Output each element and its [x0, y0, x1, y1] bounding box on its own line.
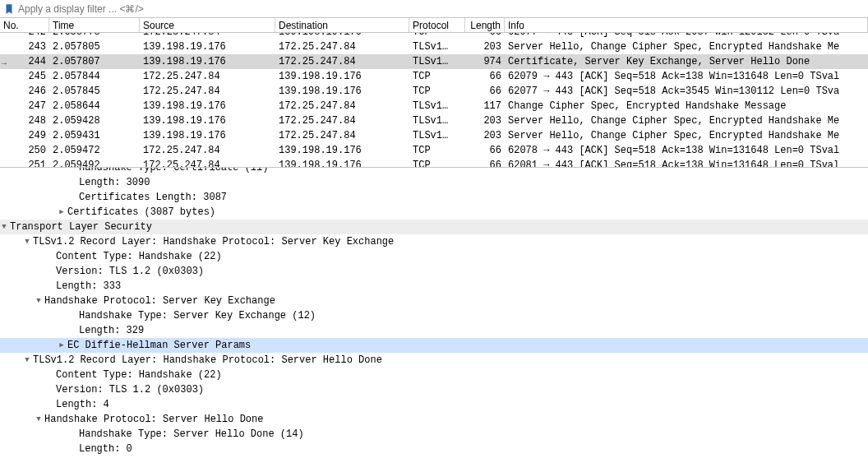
packet-list-header: No. Time Source Destination Protocol Len…	[0, 18, 868, 33]
cell-source: 172.25.247.84	[140, 158, 275, 168]
packet-row[interactable]: 2502.059472172.25.247.84139.198.19.176TC…	[0, 143, 868, 158]
column-header-info[interactable]: Info	[505, 18, 868, 32]
cell-source: 172.25.247.84	[140, 69, 275, 84]
packet-row[interactable]: 2512.059492172.25.247.84139.198.19.176TC…	[0, 158, 868, 168]
packet-row[interactable]: 2492.059431139.198.19.176172.25.247.84TL…	[0, 128, 868, 143]
detail-text: Content Type: Handshake (22)	[56, 249, 222, 264]
detail-line[interactable]: ▶Certificates (3087 bytes)	[0, 205, 868, 220]
cell-no: 247	[0, 99, 49, 113]
detail-line[interactable]: Content Type: Handshake (22)	[0, 368, 868, 382]
expanded-icon[interactable]: ▼	[23, 234, 31, 249]
detail-line[interactable]: Content Type: Handshake (22)	[0, 249, 868, 264]
cell-time: 2.057805	[49, 39, 140, 54]
detail-text: Handshake Type: Server Hello Done (14)	[79, 427, 304, 442]
cell-source: 139.198.19.176	[140, 39, 275, 54]
cell-protocol: TLSv1…	[409, 39, 465, 54]
detail-line[interactable]: Certificates Length: 3087	[0, 190, 868, 205]
expanded-icon[interactable]: ▼	[35, 412, 43, 427]
cell-no: 250	[0, 143, 49, 158]
bookmark-icon[interactable]	[3, 3, 15, 15]
cell-destination: 139.198.19.176	[275, 84, 409, 99]
detail-text: TLSv1.2 Record Layer: Handshake Protocol…	[33, 234, 394, 249]
detail-line[interactable]: Length: 333	[0, 279, 868, 294]
detail-line[interactable]: Length: 3090	[0, 175, 868, 190]
cell-protocol: TLSv1…	[409, 54, 465, 69]
packet-list[interactable]: 2422.053778172.25.247.84139.198.19.176TC…	[0, 33, 868, 168]
detail-line[interactable]: ▼TLSv1.2 Record Layer: Handshake Protoco…	[0, 234, 868, 249]
cell-no: 246	[0, 84, 49, 99]
packet-row[interactable]: 2432.057805139.198.19.176172.25.247.84TL…	[0, 39, 868, 54]
detail-line[interactable]: Length: 0	[0, 442, 868, 456]
column-header-protocol[interactable]: Protocol	[409, 18, 465, 32]
cell-info: Server Hello, Change Cipher Spec, Encryp…	[505, 39, 868, 54]
detail-line[interactable]: Version: TLS 1.2 (0x0303)	[0, 382, 868, 397]
cell-length: 117	[465, 99, 505, 113]
column-header-length[interactable]: Length	[465, 18, 505, 32]
cell-no: 243	[0, 39, 49, 54]
detail-line[interactable]: Version: TLS 1.2 (0x0303)	[0, 264, 868, 279]
detail-text: Version: TLS 1.2 (0x0303)	[56, 264, 204, 279]
packet-row[interactable]: 2482.059428139.198.19.176172.25.247.84TL…	[0, 113, 868, 128]
packet-row[interactable]: →2442.057807139.198.19.176172.25.247.84T…	[0, 54, 868, 69]
detail-line[interactable]: ▶EC Diffie-Hellman Server Params	[0, 338, 868, 353]
detail-text: Certificates (3087 bytes)	[67, 205, 215, 220]
detail-text: Handshake Protocol: Server Key Exchange	[44, 294, 275, 308]
cell-length: 66	[465, 158, 505, 168]
cell-length: 66	[465, 143, 505, 158]
detail-line[interactable]: ▼Handshake Protocol: Server Key Exchange	[0, 294, 868, 308]
cell-no: →244	[0, 54, 49, 69]
detail-line[interactable]: Handshake Type: Certificate (11)	[0, 168, 868, 175]
cell-no: 245	[0, 69, 49, 84]
packet-row[interactable]: 2472.058644139.198.19.176172.25.247.84TL…	[0, 99, 868, 113]
detail-line[interactable]: Handshake Type: Server Key Exchange (12)	[0, 308, 868, 323]
detail-line[interactable]: ▼Handshake Protocol: Server Hello Done	[0, 412, 868, 427]
cell-time: 2.059492	[49, 158, 140, 168]
display-filter-input[interactable]	[18, 3, 865, 15]
column-header-no[interactable]: No.	[0, 18, 49, 32]
column-header-destination[interactable]: Destination	[275, 18, 409, 32]
detail-line[interactable]: Length: 4	[0, 397, 868, 412]
cell-info: 62081 → 443 [ACK] Seq=518 Ack=138 Win=13…	[505, 158, 868, 168]
detail-line[interactable]: Length: 329	[0, 323, 868, 338]
detail-line[interactable]: ▼TLSv1.2 Record Layer: Handshake Protoco…	[0, 353, 868, 368]
cell-protocol: TCP	[409, 84, 465, 99]
cell-source: 139.198.19.176	[140, 54, 275, 69]
detail-text: Handshake Type: Server Key Exchange (12)	[79, 308, 316, 323]
column-header-source[interactable]: Source	[140, 18, 275, 32]
detail-text: Handshake Protocol: Server Hello Done	[44, 412, 263, 427]
cell-protocol: TCP	[409, 143, 465, 158]
cell-protocol: TCP	[409, 158, 465, 168]
packet-row[interactable]: 2462.057845172.25.247.84139.198.19.176TC…	[0, 84, 868, 99]
detail-text: TLSv1.2 Record Layer: Handshake Protocol…	[33, 353, 382, 368]
cell-destination: 172.25.247.84	[275, 99, 409, 113]
cell-protocol: TLSv1…	[409, 113, 465, 128]
cell-time: 2.058644	[49, 99, 140, 113]
cell-time: 2.057844	[49, 69, 140, 84]
detail-text: Length: 333	[56, 279, 121, 294]
cell-time: 2.059472	[49, 143, 140, 158]
cell-source: 172.25.247.84	[140, 84, 275, 99]
cell-no: 248	[0, 113, 49, 128]
cell-time: 2.053778	[49, 33, 140, 39]
detail-line[interactable]: Handshake Type: Server Hello Done (14)	[0, 427, 868, 442]
packet-row[interactable]: 2452.057844172.25.247.84139.198.19.176TC…	[0, 69, 868, 84]
packet-details[interactable]: Handshake Type: Certificate (11)Length: …	[0, 168, 868, 456]
collapsed-icon[interactable]: ▶	[58, 338, 66, 353]
cell-info: 62077 → 443 [ACK] Seq=518 Ack=2037 Win=1…	[505, 33, 868, 39]
collapsed-icon[interactable]: ▶	[58, 205, 66, 220]
cell-length: 974	[465, 54, 505, 69]
cell-length: 203	[465, 39, 505, 54]
cell-info: Certificate, Server Key Exchange, Server…	[505, 54, 868, 69]
expanded-icon[interactable]: ▼	[0, 220, 8, 234]
detail-text: EC Diffie-Hellman Server Params	[67, 338, 251, 353]
expanded-icon[interactable]: ▼	[23, 353, 31, 368]
cell-destination: 172.25.247.84	[275, 113, 409, 128]
cell-source: 172.25.247.84	[140, 33, 275, 39]
detail-line[interactable]: ▼Transport Layer Security	[0, 220, 868, 234]
expanded-icon[interactable]: ▼	[35, 294, 43, 308]
cell-source: 139.198.19.176	[140, 128, 275, 143]
detail-text: Length: 4	[56, 397, 109, 412]
packet-row[interactable]: 2422.053778172.25.247.84139.198.19.176TC…	[0, 33, 868, 39]
detail-text: Certificates Length: 3087	[79, 190, 227, 205]
column-header-time[interactable]: Time	[49, 18, 140, 32]
